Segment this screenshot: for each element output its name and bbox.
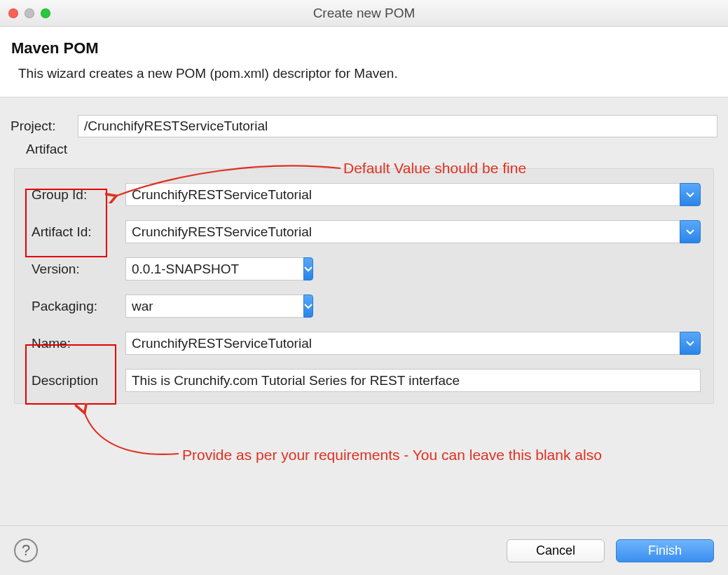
- annotation-text: Provide as per your requirements - You c…: [182, 447, 602, 464]
- project-input[interactable]: [78, 115, 717, 137]
- project-label: Project:: [11, 119, 71, 134]
- artifact-id-label: Artifact Id:: [27, 222, 125, 242]
- window-title: Create new POM: [0, 6, 728, 21]
- titlebar: Create new POM: [0, 0, 728, 27]
- chevron-down-icon[interactable]: [303, 257, 313, 280]
- version-input[interactable]: [125, 257, 303, 280]
- description-label: Description: [27, 371, 125, 391]
- annotation-text: Default Value should be fine: [343, 160, 526, 177]
- project-row: Project:: [11, 115, 717, 137]
- footer-bar: ? Cancel Finish: [0, 525, 728, 575]
- chevron-down-icon[interactable]: [680, 220, 701, 243]
- wizard-header: Maven POM This wizard creates a new POM …: [0, 27, 728, 97]
- description-input[interactable]: [125, 369, 701, 392]
- packaging-row: Packaging:: [27, 295, 701, 318]
- page-description: This wizard creates a new POM (pom.xml) …: [18, 66, 717, 81]
- close-icon[interactable]: [8, 8, 18, 18]
- maximize-icon[interactable]: [41, 8, 50, 18]
- version-label: Version:: [27, 259, 125, 279]
- chevron-down-icon[interactable]: [680, 332, 701, 355]
- help-icon[interactable]: ?: [14, 539, 38, 562]
- artifact-id-input[interactable]: [125, 220, 680, 243]
- version-row: Version:: [27, 257, 701, 280]
- group-id-combo[interactable]: [125, 183, 701, 206]
- name-combo[interactable]: [125, 332, 701, 355]
- artifact-id-row: Artifact Id:: [27, 220, 701, 243]
- artifact-id-combo[interactable]: [125, 220, 701, 243]
- page-title: Maven POM: [11, 39, 717, 58]
- name-row: Name:: [27, 332, 701, 355]
- chevron-down-icon[interactable]: [303, 295, 313, 318]
- packaging-input[interactable]: [125, 295, 303, 318]
- name-label: Name:: [27, 334, 125, 353]
- minimize-icon: [25, 8, 34, 18]
- name-input[interactable]: [125, 332, 680, 355]
- packaging-combo[interactable]: [125, 295, 308, 318]
- group-id-input[interactable]: [125, 183, 680, 206]
- group-id-row: Group Id:: [27, 183, 701, 206]
- window-controls: [8, 8, 50, 18]
- artifact-panel: Group Id: Artifact Id: Version:: [14, 168, 714, 404]
- annotation-arrow-icon: [70, 403, 196, 459]
- artifact-legend: Artifact: [26, 142, 717, 157]
- description-row: Description: [27, 369, 701, 392]
- group-id-label: Group Id:: [27, 185, 125, 205]
- cancel-button[interactable]: Cancel: [507, 539, 605, 562]
- finish-button[interactable]: Finish: [616, 539, 714, 562]
- packaging-label: Packaging:: [27, 297, 125, 316]
- chevron-down-icon[interactable]: [680, 183, 701, 206]
- version-combo[interactable]: [125, 257, 308, 280]
- content-area: Project: Artifact Group Id: Artifact Id:: [0, 97, 728, 411]
